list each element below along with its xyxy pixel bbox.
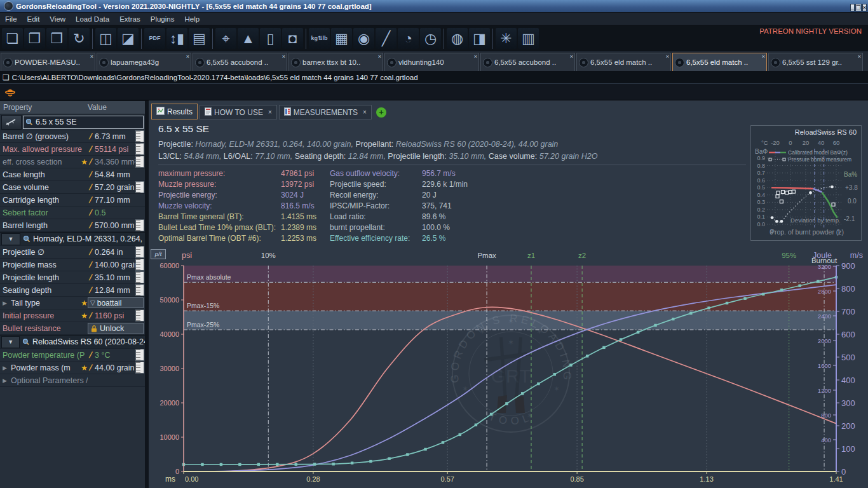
plugins-atom-icon[interactable]: ✳ <box>496 28 517 49</box>
property-value[interactable]: 570.00 mm <box>93 221 135 230</box>
ruler-editor-icon[interactable] <box>135 156 144 168</box>
trajectory-icon[interactable]: ╱ <box>376 28 397 49</box>
menu-item-plugins[interactable]: Plugins <box>146 15 180 23</box>
expand-arrow-icon[interactable]: ▶ <box>3 377 11 384</box>
cartridge-database-icon[interactable]: ▯ <box>260 28 281 49</box>
document-tab[interactable]: 6,5x55 sst 129 gr..× <box>768 53 863 71</box>
open-project-icon[interactable]: ❒ <box>46 28 67 49</box>
tail-type-dropdown[interactable]: ▽boattail <box>88 297 144 308</box>
property-value[interactable]: 0.5 <box>93 208 145 217</box>
tab-how-to-use[interactable]: HOW TO USE× <box>200 105 277 119</box>
tab-close-icon[interactable]: × <box>268 109 272 116</box>
reload-icon[interactable]: ↻ <box>69 28 90 49</box>
document-tab[interactable]: lapuamega43g× <box>97 53 191 71</box>
export-pdf-icon[interactable]: PDF <box>144 28 165 49</box>
document-tab[interactable]: vldhunting140× <box>384 53 479 71</box>
ruler-editor-icon[interactable] <box>135 181 144 193</box>
save-as-icon[interactable]: ◪ <box>118 28 139 49</box>
open-file-icon[interactable]: ❐ <box>24 28 45 49</box>
property-value[interactable]: 3 °C <box>93 351 135 360</box>
tab-close-icon[interactable]: × <box>570 54 573 60</box>
bullet-length-icon[interactable]: ◨ <box>469 28 490 49</box>
strain-gauge-icon[interactable]: ▥ <box>518 28 539 49</box>
favorite-star-icon[interactable]: ★ <box>78 158 88 166</box>
document-tab[interactable]: barnex ttsx bt 10..× <box>288 53 383 71</box>
property-value[interactable]: 57.20 grain H₂O <box>93 183 135 192</box>
menu-item-view[interactable]: View <box>44 15 71 23</box>
collapse-toggle-icon[interactable]: ▼ <box>1 336 20 348</box>
load-report-icon[interactable]: ▤ <box>189 28 210 49</box>
rifle-select-button[interactable] <box>1 115 22 130</box>
document-tab[interactable]: 6,5x55 eld match ..× <box>576 53 671 71</box>
property-value[interactable]: 0.264 in <box>93 248 135 257</box>
ruler-editor-icon[interactable] <box>135 349 144 361</box>
tab-close-icon[interactable]: × <box>666 54 669 60</box>
charge-table-icon[interactable]: ▦ <box>331 28 352 49</box>
document-tab[interactable]: 6,5x55 accubond ..× <box>480 53 575 71</box>
ruler-editor-icon[interactable] <box>135 143 144 155</box>
ruler-editor-icon[interactable] <box>135 284 144 296</box>
tab-close-icon[interactable]: × <box>282 54 285 60</box>
powder-burn-icon[interactable]: ◉ <box>353 28 374 49</box>
firearm-database-icon[interactable]: ⌖ <box>215 28 236 49</box>
tab-close-icon[interactable]: × <box>90 54 93 60</box>
property-value[interactable]: 34.360 mm² <box>93 158 135 166</box>
restore-button[interactable]: ❐ <box>855 4 862 11</box>
property-value[interactable]: 54.84 mm <box>93 170 145 179</box>
save-icon[interactable]: ◫ <box>95 28 116 49</box>
menu-item-help[interactable]: Help <box>179 15 205 23</box>
tab-results[interactable]: Results <box>151 104 198 119</box>
close-button[interactable]: × <box>862 4 867 11</box>
property-value[interactable]: 12.84 mm <box>93 286 135 295</box>
expand-arrow-icon[interactable]: ▶ <box>3 365 11 371</box>
powder-database-icon[interactable]: ◘ <box>282 28 303 49</box>
ruler-editor-icon[interactable] <box>135 309 144 322</box>
tab-close-icon[interactable]: × <box>858 54 861 60</box>
property-value[interactable]: 1160 psi <box>93 311 135 320</box>
minimize-button[interactable]: _ <box>850 4 855 11</box>
pressure-time-toggle-button[interactable]: p/t <box>151 249 166 259</box>
add-tab-button[interactable]: + <box>376 107 386 118</box>
unit-converter-icon[interactable]: kg⇅lb <box>309 28 330 49</box>
document-tab[interactable]: POWDER-MEASU..× <box>1 53 95 71</box>
menu-item-load-data[interactable]: Load Data <box>71 15 114 23</box>
cartridge-search-field[interactable]: 6.5 x 55 SE <box>23 116 144 129</box>
caliber-icon[interactable]: ◔ <box>398 28 419 49</box>
tab-close-icon[interactable]: × <box>378 54 381 60</box>
expand-arrow-icon[interactable]: ▶ <box>3 300 11 306</box>
document-tab[interactable]: 6,5x55 eld match ..× <box>672 53 767 71</box>
ruler-editor-icon[interactable] <box>135 246 144 258</box>
menu-item-extras[interactable]: Extras <box>114 15 146 23</box>
tab-close-icon[interactable]: × <box>474 54 477 60</box>
favorite-star-icon[interactable]: ★ <box>78 363 88 372</box>
ruler-editor-icon[interactable] <box>135 130 144 142</box>
ruler-editor-icon[interactable] <box>135 271 144 283</box>
new-file-icon[interactable]: ❏ <box>2 28 23 49</box>
property-value[interactable]: 35.10 mm <box>93 273 135 282</box>
unlock-button[interactable]: Unlock <box>88 323 144 334</box>
property-value[interactable]: 77.10 mm <box>93 196 145 205</box>
obt-clock-icon[interactable]: ◷ <box>420 28 441 49</box>
property-value[interactable]: 55114 psi <box>93 145 135 154</box>
collapse-toggle-icon[interactable]: ▼ <box>1 233 20 245</box>
favorite-star-icon[interactable]: ★ <box>78 311 88 320</box>
cartridge-dimensions-icon[interactable]: ↕▮ <box>166 28 187 49</box>
tab-measurements[interactable]: MEASUREMENTS× <box>279 105 372 119</box>
ruler-editor-icon[interactable] <box>135 259 144 271</box>
tab-close-icon[interactable]: × <box>762 54 765 60</box>
powder-measure-icon[interactable]: ◍ <box>447 28 468 49</box>
menu-item-file[interactable]: File <box>0 15 22 23</box>
tab-close-icon[interactable]: × <box>363 109 367 116</box>
property-value[interactable]: 44.00 grain <box>93 363 135 372</box>
menu-item-edit[interactable]: Edit <box>22 15 45 23</box>
tab-close-icon[interactable]: × <box>186 54 189 60</box>
projectile-database-icon[interactable]: ▲ <box>238 28 259 49</box>
property-value[interactable]: 140.00 grain <box>93 261 135 269</box>
document-tab[interactable]: 6,5x55 accubond ..× <box>193 53 287 71</box>
ballistics-chart[interactable]: p/t Pmax absolutePmax-15%Pmax-25%GORDON'… <box>149 248 864 488</box>
ruler-editor-icon[interactable] <box>135 362 144 374</box>
property-value[interactable]: 6.73 mm <box>93 132 135 141</box>
property-label: Sebert factor <box>3 208 88 217</box>
favorite-star-icon[interactable]: ★ <box>78 299 88 308</box>
ruler-editor-icon[interactable] <box>135 219 144 231</box>
